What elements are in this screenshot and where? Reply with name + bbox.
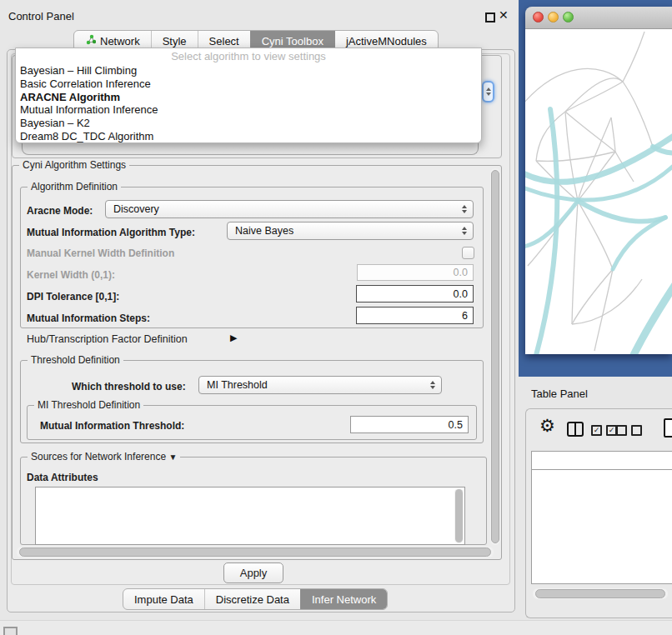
spinner-arrows-icon — [427, 381, 439, 389]
tab-impute-data[interactable]: Impute Data — [123, 589, 204, 609]
float-panel-icon[interactable] — [485, 12, 495, 22]
tab-infer-network[interactable]: Infer Network — [300, 589, 387, 609]
which-threshold-select[interactable]: MI Threshold — [198, 376, 442, 394]
table-panel: ⚙ ✓✓ — [525, 408, 672, 618]
zoom-window-icon[interactable] — [563, 12, 574, 22]
apply-button[interactable]: Apply — [223, 562, 283, 583]
menu-item-bayesian-hill-climbing[interactable]: Bayesian – Hill Climbing — [16, 64, 481, 78]
select-all-columns-icon[interactable]: ✓✓ — [591, 425, 617, 436]
bottom-tabs: Impute DataDiscretize DataInfer Network — [123, 588, 388, 610]
algorithm-dropdown: Select algorithm to view settings Bayesi… — [15, 48, 482, 143]
table-horizontal-scrollbar[interactable] — [533, 588, 668, 599]
which-threshold-value: MI Threshold — [199, 379, 427, 391]
tab-label: Impute Data — [134, 593, 193, 606]
menu-item-basic-correlation-inference[interactable]: Basic Correlation Inference — [16, 78, 481, 91]
node-table — [531, 451, 672, 584]
close-panel-icon[interactable]: ✕ — [499, 8, 509, 22]
tab-label: Network — [100, 35, 140, 48]
tab-label: Cyni Toolbox — [262, 35, 323, 48]
cyni-settings-title: Cyni Algorithm Settings — [19, 159, 129, 171]
tab-label: Style — [163, 35, 187, 48]
aracne-mode-select[interactable]: Discovery — [105, 200, 474, 218]
settings-horizontal-scrollbar[interactable] — [17, 547, 494, 558]
tab-discretize-data[interactable]: Discretize Data — [204, 589, 300, 609]
mi-threshold-field[interactable] — [350, 416, 469, 433]
table-panel-title: Table Panel — [531, 388, 588, 400]
focused-spinner-icon[interactable] — [482, 81, 494, 102]
network-titlebar[interactable] — [525, 7, 672, 29]
mi-type-value: Naive Bayes — [228, 225, 459, 237]
gear-icon[interactable]: ⚙ — [539, 416, 555, 436]
expand-right-icon[interactable]: ▶ — [230, 332, 237, 343]
threshold-title: Threshold Definition — [28, 354, 123, 366]
mi-type-label: Mutual Information Algorithm Type: — [27, 227, 195, 238]
spinner-arrows-icon — [459, 227, 470, 235]
tab-label: Discretize Data — [216, 593, 289, 606]
network-edges — [525, 32, 672, 354]
aracne-mode-label: Aracne Mode: — [27, 205, 93, 217]
algorithm-menu-list: Bayesian – Hill ClimbingBasic Correlatio… — [16, 64, 481, 143]
network-frame — [519, 0, 672, 377]
screen: Control Panel ✕ NetworkStyleSelectCyni T… — [0, 0, 672, 635]
algorithm-definition-title: Algorithm Definition — [28, 181, 121, 192]
mi-steps-label: Mutual Information Steps: — [27, 312, 150, 324]
network-icon — [85, 34, 96, 48]
tab-label: jActiveMNodules — [346, 35, 427, 48]
dpi-tolerance-label: DPI Tolerance [0,1]: — [27, 291, 119, 302]
manual-kernel-checkbox[interactable] — [462, 247, 474, 259]
kernel-width-label: Kernel Width (0,1): — [27, 269, 115, 281]
attributes-list — [35, 487, 465, 545]
mi-steps-field[interactable] — [356, 307, 474, 324]
network-canvas[interactable] — [525, 29, 672, 354]
deselect-all-columns-icon[interactable] — [616, 425, 642, 436]
aracne-mode-value: Discovery — [106, 203, 459, 215]
mi-threshold-title: MI Threshold Definition — [34, 399, 143, 411]
hub-section-label: Hub/Transcription Factor Definition — [27, 333, 188, 345]
panel-grip-icon[interactable] — [3, 627, 18, 635]
manual-kernel-label: Manual Kernel Width Definition — [27, 248, 174, 259]
minimize-window-icon[interactable] — [548, 12, 559, 22]
menu-item-dream8-dc-tdc-algorithm[interactable]: Dream8 DC_TDC Algorithm — [16, 130, 481, 143]
close-window-icon[interactable] — [533, 12, 544, 22]
control-panel-title: Control Panel — [8, 10, 74, 22]
tab-label: Infer Network — [312, 593, 376, 606]
spinner-arrows-icon — [459, 205, 470, 213]
kernel-width-field[interactable] — [357, 264, 474, 281]
columns-view-icon[interactable] — [567, 422, 584, 437]
menu-item-bayesian-k2[interactable]: Bayesian – K2 — [16, 117, 481, 130]
dropdown-placeholder: Select algorithm to view settings — [16, 49, 481, 64]
bottom-strip — [0, 620, 672, 635]
dpi-tolerance-field[interactable] — [356, 285, 474, 302]
sources-title: Sources for Network Inference — [31, 451, 166, 462]
settings-vertical-scrollbar[interactable] — [490, 168, 500, 545]
collapse-down-icon[interactable]: ▼ — [168, 452, 177, 462]
attributes-scrollbar[interactable] — [454, 488, 464, 543]
new-table-icon[interactable] — [664, 418, 672, 438]
mi-threshold-label: Mutual Information Threshold: — [40, 420, 184, 432]
table-header-row — [532, 452, 672, 470]
tab-label: Select — [209, 35, 239, 48]
menu-item-mutual-information-inference[interactable]: Mutual Information Inference — [16, 103, 481, 117]
data-attributes-label: Data Attributes — [27, 472, 98, 483]
mi-type-select[interactable]: Naive Bayes — [227, 222, 474, 240]
menu-item-aracne-algorithm[interactable]: ARACNE Algorithm — [16, 91, 481, 104]
which-threshold-label: Which threshold to use: — [72, 381, 186, 392]
network-window — [525, 7, 672, 354]
